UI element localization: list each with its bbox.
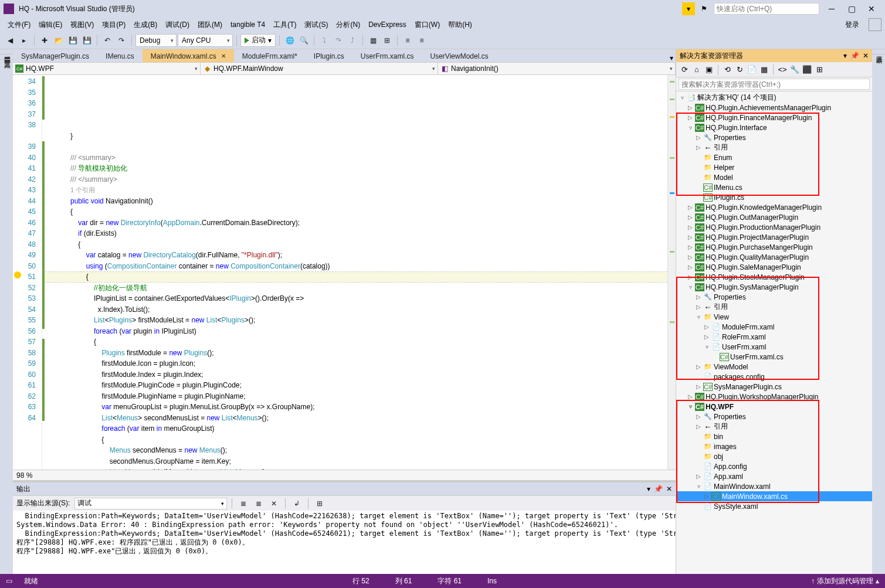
scope-dropdown[interactable]: C#HQ.WPF xyxy=(13,63,201,74)
tree-node[interactable]: 📄packages.config xyxy=(676,372,872,382)
tree-node[interactable]: ▷C#MainWindow.xaml.cs xyxy=(676,491,872,501)
platform-dropdown[interactable]: Any CPU xyxy=(178,34,233,47)
collapse-icon[interactable]: ▣ xyxy=(703,64,715,76)
tab-overflow-icon[interactable]: ▾ xyxy=(667,54,676,62)
lightbulb-icon[interactable] xyxy=(14,271,21,278)
tool-icon[interactable]: ⊞ xyxy=(313,497,326,510)
tree-node[interactable]: ▷C#HQ.Plugin.QualityManagerPlugin xyxy=(676,252,872,262)
doc-tab[interactable]: UserViewModel.cs xyxy=(422,49,497,62)
tree-node[interactable]: ▷🔧Properties xyxy=(676,412,872,422)
pin-icon[interactable]: 📌 xyxy=(654,485,663,493)
menu-item[interactable]: tangible T4 xyxy=(226,21,269,29)
menu-item[interactable]: 窗口(W) xyxy=(411,20,444,30)
tree-node[interactable]: ▷C#SysManagerPlugin.cs xyxy=(676,382,872,392)
config-dropdown[interactable]: Debug xyxy=(135,34,177,47)
tree-node[interactable]: 📁bin xyxy=(676,431,872,441)
tree-node[interactable]: ▷🔧Properties xyxy=(676,132,872,142)
tree-node[interactable]: ▷📁ViewModel xyxy=(676,362,872,372)
tool-icon[interactable]: ≡ xyxy=(415,34,428,47)
save-icon[interactable]: 💾 xyxy=(66,34,79,47)
tree-node[interactable]: ▷C#HQ.Plugin.SaleManagerPlugin xyxy=(676,262,872,272)
tree-node[interactable]: C#IPlugin.cs xyxy=(676,192,872,202)
tree-node[interactable]: ▷▪▫引用 xyxy=(676,142,872,152)
nav-fwd-icon[interactable]: ▸ xyxy=(18,34,30,47)
solution-tree[interactable]: ▿📑解决方案'HQ' (14 个项目) ▷C#HQ.Plugin.Achieve… xyxy=(676,91,872,574)
tree-node[interactable]: ▿📄UserFrm.xaml xyxy=(676,342,872,352)
solution-node[interactable]: ▿📑解决方案'HQ' (14 个项目) xyxy=(676,93,872,103)
close-button[interactable]: ✕ xyxy=(862,2,881,15)
doc-tab[interactable]: ModuleFrm.xaml* xyxy=(234,49,306,62)
menu-item[interactable]: DevExpress xyxy=(364,21,411,29)
dropdown-icon[interactable]: ▾ xyxy=(647,485,650,493)
tree-node[interactable]: 📁images xyxy=(676,441,872,451)
tree-node[interactable]: ▷🔧Properties xyxy=(676,292,872,302)
menu-item[interactable]: 编辑(E) xyxy=(35,20,66,30)
output-source-dropdown[interactable]: 调试 xyxy=(74,498,227,509)
tool-icon[interactable]: ⬛ xyxy=(801,64,813,76)
tool-icon[interactable]: ≡ xyxy=(401,34,414,47)
tool-icon[interactable]: ⊞ xyxy=(381,34,394,47)
close-icon[interactable]: ✕ xyxy=(221,53,226,59)
menu-item[interactable]: 分析(N) xyxy=(332,20,364,30)
tree-node[interactable]: C#UserFrm.xaml.cs xyxy=(676,352,872,362)
type-dropdown[interactable]: ◆HQ.WPF.MainWindow xyxy=(201,63,438,74)
close-icon[interactable]: ✕ xyxy=(666,485,672,493)
minimize-button[interactable]: ─ xyxy=(822,2,842,15)
start-debug-button[interactable]: 启动 ▾ xyxy=(240,34,276,47)
save-all-icon[interactable]: 💾 xyxy=(80,34,93,47)
refresh-icon[interactable]: ↻ xyxy=(734,64,745,76)
doc-tab[interactable]: IMenu.cs xyxy=(97,49,143,62)
show-all-icon[interactable]: ▦ xyxy=(758,64,770,76)
tree-node[interactable]: ▷C#HQ.Plugin.KnowledgeManagerPlugin xyxy=(676,202,872,212)
undo-icon[interactable]: ↶ xyxy=(101,34,114,47)
feedback-flag-icon[interactable]: ⚑ xyxy=(697,2,710,15)
goto-icon[interactable]: ≣ xyxy=(252,497,265,510)
tool-icon[interactable]: ⊞ xyxy=(813,64,825,76)
dropdown-icon[interactable]: ▾ xyxy=(843,52,847,60)
sync-icon[interactable]: ⟲ xyxy=(721,64,733,76)
find-icon[interactable]: 🔍 xyxy=(297,34,310,47)
rail-tab[interactable]: 工具箱 xyxy=(0,55,13,60)
tree-node[interactable]: ▷📄App.xaml xyxy=(676,471,872,481)
tree-node[interactable]: 📁obj xyxy=(676,451,872,461)
open-icon[interactable]: 📂 xyxy=(52,34,65,47)
tree-node[interactable]: ▿C#HQ.Plugin.Interface xyxy=(676,123,872,132)
menu-item[interactable]: 团队(M) xyxy=(194,20,226,30)
tree-node[interactable]: ▿📄MainWindow.xaml xyxy=(676,481,872,491)
menu-item[interactable]: 测试(S) xyxy=(300,20,332,30)
quick-launch-input[interactable] xyxy=(714,3,819,15)
tree-node[interactable]: ▷📄ModuleFrm.xaml xyxy=(676,322,872,332)
nav-back-icon[interactable]: ◀ xyxy=(4,34,16,47)
menu-item[interactable]: 项目(P) xyxy=(98,20,130,30)
tree-node[interactable]: ▷C#HQ.Plugin.ProjectManagerPlugin xyxy=(676,232,872,242)
tool-icon[interactable]: ▦ xyxy=(367,34,379,47)
tree-node[interactable]: ▷C#HQ.Plugin.WorkshopManagerPlugin xyxy=(676,392,872,402)
home-icon[interactable]: ⌂ xyxy=(691,64,703,76)
menu-item[interactable]: 视图(V) xyxy=(66,20,98,30)
show-all-icon[interactable]: 📄 xyxy=(746,64,758,76)
tree-node[interactable]: ▷C#HQ.Plugin.AchievementsManagerPlugin xyxy=(676,103,872,113)
menu-item[interactable]: 文件(F) xyxy=(4,20,35,30)
menu-item[interactable]: 生成(B) xyxy=(130,20,161,30)
avatar-icon[interactable] xyxy=(869,18,881,31)
redo-icon[interactable]: ↷ xyxy=(115,34,128,47)
tree-node[interactable]: ▷▪▫引用 xyxy=(676,302,872,312)
member-dropdown[interactable]: ◧NavigationInit() xyxy=(438,63,676,74)
tree-node[interactable]: 📄App.config xyxy=(676,461,872,471)
home-icon[interactable]: ⟳ xyxy=(679,64,690,76)
tree-node[interactable]: ▷C#HQ.Plugin.OutManagerPlugin xyxy=(676,212,872,222)
tree-node[interactable]: ▷📄RoleFrm.xaml xyxy=(676,332,872,342)
rail-tab[interactable]: 服务器资源管理器 xyxy=(0,49,13,55)
tree-node[interactable]: 📁Model xyxy=(676,172,872,182)
close-icon[interactable]: ✕ xyxy=(863,52,869,60)
pin-icon[interactable]: 📌 xyxy=(850,52,859,60)
tree-node[interactable]: ▷C#HQ.Plugin.FinanceManagerPlugin xyxy=(676,113,872,123)
tree-node[interactable]: ▷C#HQ.Plugin.StockManagerPlugin xyxy=(676,272,872,282)
properties-icon[interactable]: <> xyxy=(777,64,788,76)
zoom-level[interactable]: 98 % xyxy=(13,470,676,480)
browser-icon[interactable]: 🌐 xyxy=(283,34,296,47)
menu-item[interactable]: 调试(D) xyxy=(161,20,194,30)
preview-icon[interactable]: 🔧 xyxy=(789,64,801,76)
scroll-marks[interactable] xyxy=(667,75,676,470)
goto-icon[interactable]: ≣ xyxy=(237,497,250,510)
